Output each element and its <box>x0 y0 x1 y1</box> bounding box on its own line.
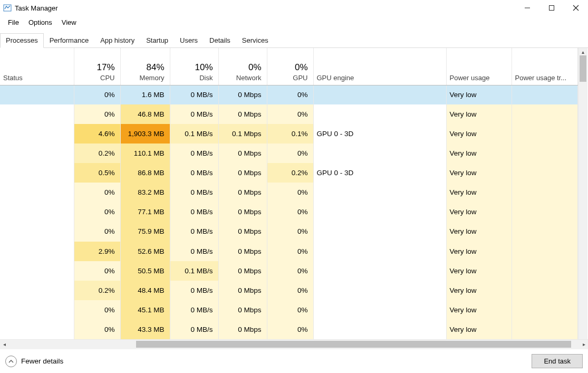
cell-gpu-engine <box>313 202 446 222</box>
cell-memory: 50.5 MB <box>120 261 170 281</box>
cell-power-usage: Very low <box>446 242 512 261</box>
cell-power-trend <box>512 320 577 339</box>
cell-network: 0 Mbps <box>218 320 267 339</box>
table-row[interactable]: 0.2%110.1 MB0 MB/s0 Mbps0%Very low <box>0 144 577 163</box>
table-row[interactable]: 0%77.1 MB0 MB/s0 Mbps0%Very low <box>0 202 577 222</box>
menu-options[interactable]: Options <box>24 17 57 27</box>
menubar: FileOptionsView <box>0 16 588 28</box>
cell-gpu-engine: GPU 0 - 3D <box>313 163 446 183</box>
cell-gpu: 0% <box>267 261 313 281</box>
menu-view[interactable]: View <box>57 17 81 27</box>
table-row[interactable]: 4.6%1,903.3 MB0.1 MB/s0.1 Mbps0.1%GPU 0 … <box>0 124 577 144</box>
window-title: Task Manager <box>15 4 58 12</box>
table-row[interactable]: 0%45.1 MB0 MB/s0 Mbps0%Very low <box>0 300 577 320</box>
cell-gpu-engine <box>313 300 446 320</box>
scroll-left-icon[interactable]: ◂ <box>0 341 8 347</box>
maximize-button[interactable] <box>539 0 564 16</box>
cell-disk: 0 MB/s <box>170 202 218 222</box>
cell-network: 0 Mbps <box>218 300 267 320</box>
cell-cpu: 0% <box>74 320 120 339</box>
cell-power-trend <box>512 202 577 222</box>
cell-disk: 0 MB/s <box>170 222 218 241</box>
col-power-usage[interactable]: Power usage <box>446 48 512 85</box>
col-gpu[interactable]: 0%GPU <box>267 48 313 85</box>
col-gpu-engine[interactable]: GPU engine <box>313 48 446 85</box>
col-cpu[interactable]: 17%CPU <box>74 48 120 85</box>
cell-disk: 0 MB/s <box>170 144 218 163</box>
cell-disk: 0 MB/s <box>170 242 218 261</box>
cell-memory: 1.6 MB <box>120 85 170 104</box>
tab-startup[interactable]: Startup <box>140 33 174 48</box>
cell-gpu: 0% <box>267 242 313 261</box>
tabstrip: ProcessesPerformanceApp historyStartupUs… <box>0 30 588 48</box>
tab-details[interactable]: Details <box>204 33 236 48</box>
tab-performance[interactable]: Performance <box>44 33 94 48</box>
table-row[interactable]: 0%50.5 MB0.1 MB/s0 Mbps0%Very low <box>0 261 577 281</box>
cell-gpu: 0% <box>267 144 313 163</box>
cell-gpu-engine <box>313 144 446 163</box>
cell-gpu-engine <box>313 281 446 300</box>
table-row[interactable]: 0%43.3 MB0 MB/s0 Mbps0%Very low <box>0 320 577 339</box>
vertical-scrollbar[interactable]: ▴ <box>578 48 587 339</box>
cell-memory: 52.6 MB <box>120 242 170 261</box>
table-row[interactable]: 0%1.6 MB0 MB/s0 Mbps0%Very low <box>0 85 577 104</box>
cell-network: 0 Mbps <box>218 261 267 281</box>
process-table: Status 17%CPU 84%Memory 10%Disk 0%Networ… <box>0 48 578 339</box>
cell-gpu-engine <box>313 104 446 124</box>
cell-gpu-engine <box>313 85 446 104</box>
cell-power-usage: Very low <box>446 183 512 202</box>
cell-disk: 0 MB/s <box>170 183 218 202</box>
col-power-trend[interactable]: Power usage tr... <box>512 48 577 85</box>
cell-memory: 83.2 MB <box>120 183 170 202</box>
cell-gpu: 0.2% <box>267 163 313 183</box>
chevron-up-icon <box>5 356 17 367</box>
table-row[interactable]: 0%46.8 MB0 MB/s0 Mbps0%Very low <box>0 104 577 124</box>
cell-disk: 0.1 MB/s <box>170 261 218 281</box>
cell-disk: 0 MB/s <box>170 85 218 104</box>
cell-network: 0 Mbps <box>218 183 267 202</box>
col-disk[interactable]: 10%Disk <box>170 48 218 85</box>
cell-power-usage: Very low <box>446 320 512 339</box>
tab-services[interactable]: Services <box>236 33 274 48</box>
cell-network: 0 Mbps <box>218 281 267 300</box>
scrollbar-thumb[interactable] <box>580 55 586 82</box>
tab-users[interactable]: Users <box>174 33 204 48</box>
table-row[interactable]: 0%75.9 MB0 MB/s0 Mbps0%Very low <box>0 222 577 241</box>
table-row[interactable]: 0%83.2 MB0 MB/s0 Mbps0%Very low <box>0 183 577 202</box>
cell-cpu: 0% <box>74 202 120 222</box>
close-button[interactable] <box>564 0 588 16</box>
minimize-button[interactable] <box>515 0 539 16</box>
cell-gpu: 0% <box>267 300 313 320</box>
cell-power-usage: Very low <box>446 163 512 183</box>
cell-cpu: 0% <box>74 85 120 104</box>
cell-status <box>0 202 74 222</box>
cell-disk: 0 MB/s <box>170 320 218 339</box>
svg-rect-2 <box>550 6 554 11</box>
cell-cpu: 0.2% <box>74 281 120 300</box>
table-row[interactable]: 0.5%86.8 MB0 MB/s0 Mbps0.2%GPU 0 - 3DVer… <box>0 163 577 183</box>
end-task-button[interactable]: End task <box>532 354 583 368</box>
cell-power-trend <box>512 242 577 261</box>
cell-memory: 43.3 MB <box>120 320 170 339</box>
cell-power-usage: Very low <box>446 222 512 241</box>
fewer-details-button[interactable]: Fewer details <box>5 356 63 367</box>
scroll-up-icon[interactable]: ▴ <box>579 48 587 55</box>
scroll-right-icon[interactable]: ▸ <box>580 341 588 347</box>
horizontal-scrollbar[interactable]: ◂ ▸ <box>0 339 588 349</box>
cell-network: 0 Mbps <box>218 144 267 163</box>
col-memory[interactable]: 84%Memory <box>120 48 170 85</box>
cell-status <box>0 104 74 124</box>
cell-memory: 48.4 MB <box>120 281 170 300</box>
col-network[interactable]: 0%Network <box>218 48 267 85</box>
col-status[interactable]: Status <box>0 48 74 85</box>
footer: Fewer details End task <box>0 349 588 373</box>
cell-memory: 77.1 MB <box>120 202 170 222</box>
hscroll-thumb[interactable] <box>136 341 571 348</box>
tab-processes[interactable]: Processes <box>0 33 44 48</box>
tab-app-history[interactable]: App history <box>94 33 140 48</box>
cell-power-trend <box>512 300 577 320</box>
cell-gpu: 0% <box>267 183 313 202</box>
menu-file[interactable]: File <box>3 17 24 27</box>
table-row[interactable]: 2.9%52.6 MB0 MB/s0 Mbps0%Very low <box>0 242 577 261</box>
table-row[interactable]: 0.2%48.4 MB0 MB/s0 Mbps0%Very low <box>0 281 577 300</box>
